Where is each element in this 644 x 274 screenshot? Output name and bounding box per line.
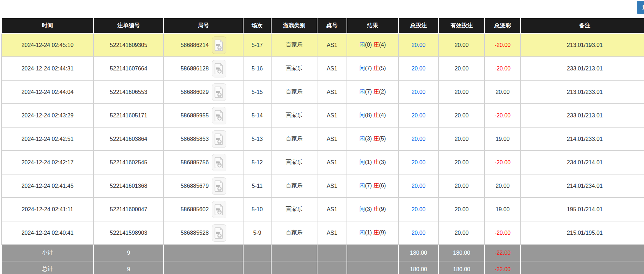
round-number: 586885602 xyxy=(180,206,208,213)
summary-empty xyxy=(347,261,398,274)
col-header-valid-bet: 有效投注 xyxy=(439,18,485,33)
summary-payout: -22.00 xyxy=(485,261,521,274)
cell-valid-bet: 20.00 xyxy=(439,80,485,104)
round-number: 586886128 xyxy=(180,66,208,72)
result-banker-score: (6) xyxy=(379,183,386,189)
cell-game-type: 百家乐 xyxy=(271,33,317,57)
cell-remark: 215.01/195.01 xyxy=(521,221,644,245)
table-row: 2024-12-24 02:41:11 522141600047 5868856… xyxy=(1,198,644,221)
bet-records-table: 时间 注单编号 局号 场次 游戏类别 桌号 结果 总投注 有效投注 总派彩 备注… xyxy=(1,18,644,274)
cell-payout: -20.00 xyxy=(485,104,521,127)
summary-empty xyxy=(317,261,347,274)
col-header-payout: 总派彩 xyxy=(485,18,521,33)
cell-valid-bet: 20.00 xyxy=(439,221,485,245)
col-header-session: 场次 xyxy=(243,18,271,33)
pagination: 1 xyxy=(637,1,644,14)
table-row: 2024-12-24 02:42:17 522141602545 5868857… xyxy=(1,151,644,174)
video-file-icon xyxy=(214,40,224,51)
cell-round: 586886128 xyxy=(164,57,243,80)
cell-payout: 20.00 xyxy=(485,174,521,198)
summary-valid-bet: 180.00 xyxy=(439,261,485,274)
video-file-icon xyxy=(214,87,224,98)
result-player-label: 闲 xyxy=(359,136,365,142)
round-number: 586886214 xyxy=(180,42,208,48)
summary-empty xyxy=(347,245,398,261)
cell-time: 2024-12-24 02:45:10 xyxy=(1,33,94,57)
video-file-icon xyxy=(214,157,224,168)
cell-remark: 214.01/233.01 xyxy=(521,127,644,151)
result-banker-score: (5) xyxy=(379,136,386,142)
cell-game-type: 百家乐 xyxy=(271,104,317,127)
video-replay-button[interactable] xyxy=(212,130,226,148)
video-replay-button[interactable] xyxy=(212,107,226,124)
result-player-score: (1) xyxy=(365,159,372,165)
cell-bet-id: 522141609305 xyxy=(94,33,164,57)
cell-payout: 20.00 xyxy=(485,80,521,104)
cell-total-bet: 20.00 xyxy=(398,127,439,151)
cell-time: 2024-12-24 02:42:17 xyxy=(1,151,94,174)
result-player-label: 闲 xyxy=(359,159,365,165)
summary-empty xyxy=(271,245,317,261)
cell-session: 5-12 xyxy=(243,151,271,174)
cell-total-bet: 20.00 xyxy=(398,198,439,221)
summary-valid-bet: 180.00 xyxy=(439,245,485,261)
summary-empty xyxy=(317,245,347,261)
result-banker-score: (2) xyxy=(379,89,386,95)
cell-valid-bet: 20.00 xyxy=(439,127,485,151)
cell-game-type: 百家乐 xyxy=(271,127,317,151)
table-footer: 小计 9 180.00 180.00 -22.00 总计 9 180.00 18… xyxy=(1,245,644,274)
cell-bet-id: 522141603864 xyxy=(94,127,164,151)
cell-payout: -20.00 xyxy=(485,33,521,57)
video-replay-button[interactable] xyxy=(212,224,226,242)
result-player-label: 闲 xyxy=(359,230,365,235)
cell-valid-bet: 20.00 xyxy=(439,151,485,174)
cell-total-bet: 20.00 xyxy=(398,104,439,127)
round-number: 586885679 xyxy=(180,183,208,189)
cell-total-bet: 20.00 xyxy=(398,33,439,57)
result-banker-label: 庄 xyxy=(374,89,379,95)
col-header-result: 结果 xyxy=(347,18,398,33)
result-player-label: 闲 xyxy=(359,206,365,212)
result-player-label: 闲 xyxy=(359,42,365,48)
video-replay-button[interactable] xyxy=(212,83,226,101)
page-1-button[interactable]: 1 xyxy=(637,1,644,14)
result-banker-label: 庄 xyxy=(374,183,379,189)
cell-time: 2024-12-24 02:44:04 xyxy=(1,80,94,104)
cell-time: 2024-12-24 02:41:45 xyxy=(1,174,94,198)
result-player-label: 闲 xyxy=(359,112,365,118)
cell-session: 5-9 xyxy=(243,221,271,245)
col-header-remark: 备注 xyxy=(521,18,644,33)
result-player-score: (8) xyxy=(365,112,372,118)
cell-session: 5-10 xyxy=(243,198,271,221)
cell-table-id: AS1 xyxy=(317,127,347,151)
cell-result: 闲(1) 庄(3) xyxy=(347,151,398,174)
table-row: 2024-12-24 02:42:51 522141603864 5868858… xyxy=(1,127,644,151)
cell-game-type: 百家乐 xyxy=(271,57,317,80)
video-replay-button[interactable] xyxy=(212,177,226,195)
video-replay-button[interactable] xyxy=(212,60,226,77)
result-banker-score: (3) xyxy=(379,159,386,165)
cell-time: 2024-12-24 02:42:51 xyxy=(1,127,94,151)
cell-game-type: 百家乐 xyxy=(271,174,317,198)
cell-payout: -20.00 xyxy=(485,151,521,174)
video-replay-button[interactable] xyxy=(212,154,226,171)
table-row: 2024-12-24 02:44:04 522141606553 5868860… xyxy=(1,80,644,104)
cell-table-id: AS1 xyxy=(317,57,347,80)
cell-game-type: 百家乐 xyxy=(271,80,317,104)
summary-empty xyxy=(243,261,271,274)
video-replay-button[interactable] xyxy=(212,201,226,218)
cell-round: 586885853 xyxy=(164,127,243,151)
cell-bet-id: 522141601368 xyxy=(94,174,164,198)
video-replay-button[interactable] xyxy=(212,36,226,54)
col-header-total-bet: 总投注 xyxy=(398,18,439,33)
col-header-game-type: 游戏类别 xyxy=(271,18,317,33)
result-player-score: (1) xyxy=(365,230,372,235)
cell-bet-id: 522141606553 xyxy=(94,80,164,104)
result-player-score: (7) xyxy=(365,89,372,95)
cell-table-id: AS1 xyxy=(317,33,347,57)
table-row: 2024-12-24 02:45:10 522141609305 5868862… xyxy=(1,33,644,57)
video-file-icon xyxy=(214,180,224,192)
result-banker-label: 庄 xyxy=(374,206,379,212)
cell-table-id: AS1 xyxy=(317,104,347,127)
result-banker-score: (9) xyxy=(379,206,386,212)
